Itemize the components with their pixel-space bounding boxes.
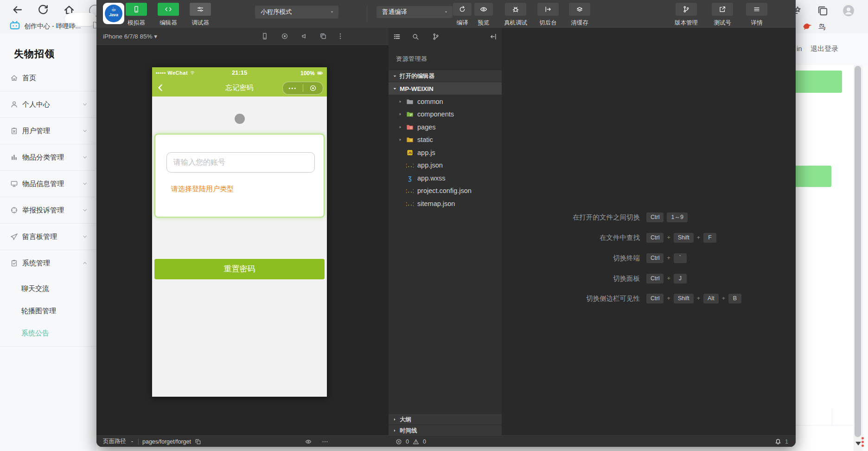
browser-refresh-icon[interactable]	[37, 4, 49, 16]
reset-password-button[interactable]: 重置密码	[154, 259, 325, 279]
sidebar-item-4[interactable]: 物品分类管理	[0, 147, 96, 168]
preview-button[interactable]: 预览	[472, 3, 496, 27]
svg-text:{..}: {..}	[406, 163, 414, 168]
remote-debug-button[interactable]: 真机调试	[502, 3, 530, 27]
rotate-device-icon[interactable]	[261, 32, 268, 40]
open-editors-section[interactable]: 打开的编辑器	[389, 70, 502, 82]
crosshair-icon	[10, 206, 18, 214]
explorer-view-icon[interactable]	[393, 33, 401, 40]
admin-sidebar: 失物招领 首页个人中心用户管理物品分类管理物品信息管理举报投诉管理留言板管理系统…	[0, 33, 96, 451]
editor-toggle-button[interactable]: 编辑器	[155, 3, 181, 27]
plus-separator: +	[667, 295, 670, 302]
test-account-button[interactable]: 测试号	[708, 3, 736, 27]
switch-background-button[interactable]: 切后台	[534, 3, 562, 27]
search-icon[interactable]	[412, 33, 419, 40]
compile-button[interactable]: 编译	[450, 3, 474, 27]
triangle-down-icon	[392, 86, 397, 91]
sidebar-item-1[interactable]: 首页	[0, 68, 96, 88]
version-control-button[interactable]: 版本管理	[672, 3, 701, 27]
compile-mode-dropdown[interactable]: 普通编译	[377, 6, 453, 18]
capsule-menu[interactable]: •••	[282, 82, 323, 95]
add-tab-group-icon[interactable]	[817, 5, 829, 17]
multi-window-icon[interactable]	[319, 32, 327, 40]
tree-row-app.js[interactable]: JSapp.js	[389, 146, 502, 159]
file-name: static	[417, 136, 433, 143]
bookmark-title[interactable]: 创作中心 - 哔哩哔...	[24, 22, 81, 31]
key-chip: Alt	[703, 294, 719, 303]
more-status-icon[interactable]	[322, 438, 328, 445]
sidebar-item-5[interactable]: 物品信息管理	[0, 174, 96, 194]
code-icon	[165, 6, 172, 13]
screen: 创作中心 - 哔哩哔... 鸟 失物招领 首页个人中心用户管理物品分类管理物品信…	[0, 0, 868, 451]
sidebar-item-label: 物品信息管理	[22, 180, 64, 188]
sidebar-item-8[interactable]: 系统管理	[0, 253, 96, 273]
admin-green-button-fragment[interactable]	[788, 71, 842, 93]
browser-profile-avatar[interactable]	[842, 4, 855, 17]
file-name: project.config.json	[417, 187, 472, 194]
sidebar-item-3[interactable]: 用户管理	[0, 121, 96, 141]
folder-gray-icon	[406, 98, 414, 105]
collapse-sidebar-icon[interactable]	[490, 33, 497, 40]
tree-row-app.json[interactable]: {..}app.json	[389, 159, 502, 172]
bird-bookmark-label[interactable]: 鸟	[818, 23, 825, 32]
clear-cache-button[interactable]: 清缓存	[565, 3, 594, 27]
problems-group[interactable]: 0 0	[396, 436, 426, 447]
divider	[0, 117, 96, 118]
shortcut-label: 在文件中查找	[502, 233, 646, 242]
logout-link[interactable]: 退出登录	[811, 45, 838, 53]
toggle-visibility-icon[interactable]	[305, 438, 312, 445]
capsule-dots[interactable]: •••	[283, 85, 303, 91]
capsule-exit-icon[interactable]	[309, 84, 317, 92]
caret-down-icon[interactable]	[130, 439, 134, 444]
mode-dropdown[interactable]: 小程序模式	[255, 6, 338, 19]
debugger-toggle-button[interactable]: 调试器	[187, 3, 213, 27]
record-icon[interactable]	[281, 32, 288, 40]
key-chip: Ctrl	[646, 213, 664, 222]
more-options-icon[interactable]	[337, 32, 344, 40]
source-control-icon[interactable]	[432, 33, 440, 40]
bird-bookmark-icon[interactable]	[802, 20, 813, 31]
file-js-icon: JS	[406, 149, 414, 156]
scrollbar-down-arrow-icon[interactable]	[855, 442, 861, 445]
admin-header-fragment: in 退出登录	[796, 33, 868, 65]
java-app-icon[interactable]: ☕ Java	[103, 3, 124, 24]
key-chip: Ctrl	[646, 294, 664, 303]
plus-separator: +	[667, 234, 670, 241]
tree-row-components[interactable]: components	[389, 108, 502, 121]
sidebar-subitem-3[interactable]: 系统公告	[0, 323, 96, 343]
divider	[0, 91, 96, 91]
details-button[interactable]: 详情	[743, 3, 771, 27]
tree-row-project.config.json[interactable]: {..}project.config.json	[389, 185, 502, 197]
sidebar-subitem-1[interactable]: 聊天交流	[0, 278, 96, 299]
browser-back-icon[interactable]	[11, 4, 23, 16]
carrier-label: ••••• WeChat	[156, 70, 195, 76]
sidebar-item-7[interactable]: 留言板管理	[0, 226, 96, 247]
tree-row-pages[interactable]: pages	[389, 121, 502, 133]
phone-back-icon[interactable]	[156, 83, 165, 93]
file-name: app.wxss	[417, 174, 445, 182]
bilibili-favicon-icon	[9, 20, 20, 31]
tree-row-common[interactable]: common	[389, 95, 502, 108]
page-path-label[interactable]: 页面路径	[103, 438, 126, 445]
tree-row-app.wxss[interactable]: Ʒapp.wxss	[389, 172, 502, 184]
tree-row-static[interactable]: static	[389, 134, 502, 146]
simulator-toggle-button[interactable]: 模拟器	[123, 3, 149, 27]
sidebar-item-label: 留言板管理	[22, 232, 57, 241]
page-scrollbar-thumb[interactable]	[855, 66, 861, 437]
tree-row-sitemap.json[interactable]: {..}sitemap.json	[389, 197, 502, 210]
divider	[0, 346, 96, 347]
copy-path-icon[interactable]	[195, 438, 201, 445]
sound-icon[interactable]	[301, 32, 308, 40]
notifications-group[interactable]: 1	[775, 436, 788, 447]
sidebar-item-2[interactable]: 个人中心	[0, 94, 96, 115]
explorer-section-时间线[interactable]: 时间线	[389, 425, 502, 436]
sidebar-subitem-2[interactable]: 轮播图管理	[0, 301, 96, 321]
sidebar-item-6[interactable]: 举报投诉管理	[0, 200, 96, 220]
project-root-section[interactable]: MP-WEIXIN	[389, 82, 502, 95]
device-selector[interactable]: iPhone 6/7/8 85% ▾	[103, 32, 157, 40]
account-input[interactable]	[166, 152, 315, 173]
explorer-panel: 资源管理器 打开的编辑器 MP-WEIXIN commoncomponentsp…	[389, 28, 502, 435]
triangle-right-icon	[392, 428, 397, 433]
explorer-section-大纲[interactable]: 大纲	[389, 413, 502, 425]
bug-icon	[512, 6, 519, 13]
